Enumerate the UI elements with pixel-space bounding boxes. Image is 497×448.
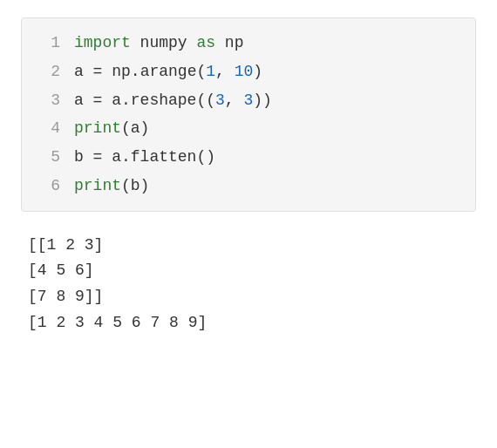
line-number-6: 6 [36, 173, 60, 199]
code-text: (b) [121, 177, 149, 194]
code-content-4: print(a) [74, 116, 149, 141]
code-content-1: import numpy as np [74, 31, 243, 56]
line-number-3: 3 [36, 88, 60, 113]
code-content-3: a = a.reshape((3, 3)) [74, 88, 272, 113]
code-line-5: 5 b = a.flatten() [22, 143, 475, 172]
number-3a: 3 [215, 92, 225, 109]
code-text: flatten() [131, 148, 215, 166]
keyword-print: print [74, 119, 121, 137]
code-text: , [215, 63, 235, 80]
code-text: arange( [140, 63, 207, 80]
line-number-1: 1 [36, 31, 60, 56]
number-10: 10 [235, 63, 254, 80]
code-line-3: 3 a = a.reshape((3, 3)) [22, 86, 475, 115]
code-text: )) [253, 92, 272, 109]
code-text: ) [253, 63, 262, 80]
line-number-4: 4 [36, 116, 60, 141]
number-1: 1 [206, 63, 215, 80]
keyword-as: as [196, 34, 215, 51]
output-line-3: [7 8 9]] [28, 284, 469, 310]
code-text: numpy [131, 34, 197, 51]
output-line-4: [1 2 3 4 5 6 7 8 9] [28, 310, 469, 336]
number-3b: 3 [243, 92, 253, 109]
keyword-import: import [74, 34, 131, 51]
code-editor: 1 import numpy as np 2 a = np.arange(1, … [21, 17, 476, 212]
code-content-2: a = np.arange(1, 10) [74, 59, 262, 85]
output-line-2: [4 5 6] [28, 258, 469, 284]
line-number-2: 2 [36, 59, 60, 85]
code-content-5: b = a.flatten() [74, 145, 215, 170]
output-line-1: [[1 2 3] [28, 233, 469, 259]
code-line-4: 4 print(a) [22, 114, 475, 143]
code-content-6: print(b) [74, 173, 149, 199]
code-text: b = a. [74, 148, 131, 166]
code-line-1: 1 import numpy as np [22, 29, 475, 58]
code-text: , [225, 92, 244, 109]
code-text: reshape(( [131, 92, 215, 109]
code-line-2: 2 a = np.arange(1, 10) [22, 58, 475, 86]
code-text: np [215, 34, 243, 51]
code-line-6: 6 print(b) [22, 172, 475, 200]
line-number-5: 5 [36, 145, 60, 170]
code-text: (a) [121, 119, 149, 137]
code-text: a = np. [74, 63, 140, 80]
code-text: a = a. [74, 92, 131, 109]
output-area: [[1 2 3] [4 5 6] [7 8 9]] [1 2 3 4 5 6 7… [21, 229, 476, 340]
keyword-print2: print [74, 177, 121, 194]
